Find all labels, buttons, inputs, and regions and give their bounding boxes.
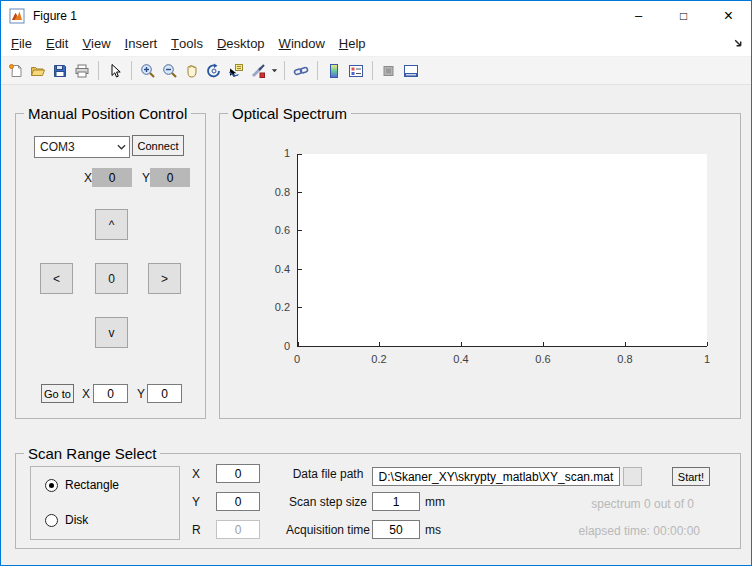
goto-button[interactable]: Go to <box>41 384 74 403</box>
y-tick-label: 0.6 <box>220 224 290 236</box>
connect-button[interactable]: Connect <box>132 135 184 156</box>
acquisition-time-unit-label: ms <box>425 523 441 537</box>
brush-icon[interactable] <box>247 60 269 82</box>
spectrum-count-status: spectrum 0 out of 0 <box>591 497 694 511</box>
dock-figure-icon[interactable] <box>733 38 744 49</box>
close-icon: × <box>724 7 733 25</box>
panel-title: Optical Spectrum <box>228 105 351 122</box>
toolbar-separator <box>131 61 132 80</box>
start-button[interactable]: Start! <box>672 467 710 486</box>
menu-item-tools[interactable]: Tools <box>164 31 210 56</box>
new-figure-icon[interactable] <box>5 60 27 82</box>
x-tick-label: 1 <box>692 353 722 365</box>
rotate-3d-icon[interactable] <box>203 60 225 82</box>
x-tick-label: 0.8 <box>610 353 640 365</box>
figure-window: Figure 1 – □ × FileEditViewInsertToolsDe… <box>0 0 752 566</box>
maximize-button[interactable]: □ <box>661 2 706 31</box>
radio-icon <box>45 479 58 492</box>
y-tick-mark <box>298 346 302 347</box>
zoom-in-icon[interactable] <box>137 60 159 82</box>
position-x-display: 0 <box>92 168 132 187</box>
x-tick-mark <box>298 342 299 346</box>
radio-icon <box>45 514 58 527</box>
menu-item-view[interactable]: View <box>75 31 117 56</box>
acquisition-time-input[interactable] <box>372 520 420 539</box>
y-tick-mark <box>298 154 302 155</box>
data-file-path-input[interactable] <box>372 467 620 486</box>
y-tick-mark <box>298 230 302 231</box>
data-cursor-icon[interactable] <box>225 60 247 82</box>
minimize-icon: – <box>635 11 642 21</box>
toolbar-separator <box>284 61 285 80</box>
brush-dropdown-arrow-icon[interactable] <box>269 60 279 82</box>
scan-step-unit-label: mm <box>425 495 445 509</box>
x-tick-label: 0.4 <box>446 353 476 365</box>
zoom-out-icon[interactable] <box>159 60 181 82</box>
close-button[interactable]: × <box>706 2 751 31</box>
menu-item-edit[interactable]: Edit <box>39 31 75 56</box>
edit-plot-icon[interactable] <box>104 60 126 82</box>
menu-bar: FileEditViewInsertToolsDesktopWindowHelp <box>1 31 751 57</box>
goto-y-label: Y <box>137 387 145 401</box>
figure-toolbar <box>1 57 751 85</box>
position-x-label: X <box>84 171 92 185</box>
scan-r-input[interactable] <box>216 520 260 539</box>
move-left-button[interactable]: < <box>40 263 73 294</box>
y-tick-label: 0 <box>220 340 290 352</box>
save-figure-icon[interactable] <box>49 60 71 82</box>
goto-x-label: X <box>82 387 90 401</box>
y-tick-mark <box>298 192 302 193</box>
minimize-button[interactable]: – <box>616 2 661 31</box>
x-tick-mark <box>461 342 462 346</box>
move-right-button[interactable]: > <box>148 263 181 294</box>
toolbar-separator <box>372 61 373 80</box>
y-tick-label: 0.8 <box>220 186 290 198</box>
rectangle-radio-label: Rectangle <box>65 478 119 492</box>
optical-spectrum-panel: Optical Spectrum 00.20.40.60.81 00.20.40… <box>219 113 741 419</box>
pan-icon[interactable] <box>181 60 203 82</box>
insert-colorbar-icon[interactable] <box>323 60 345 82</box>
scan-x-input[interactable] <box>216 464 260 483</box>
move-down-button[interactable]: v <box>95 317 128 348</box>
hide-plot-tools-icon[interactable] <box>378 60 400 82</box>
manual-position-control-panel: Manual Position Control COM3 Connect X 0… <box>15 113 206 419</box>
menu-item-file[interactable]: File <box>4 31 39 56</box>
browse-button[interactable] <box>623 467 642 486</box>
scan-r-label: R <box>192 523 201 537</box>
goto-x-input[interactable] <box>93 384 128 403</box>
x-tick-mark <box>707 342 708 346</box>
disk-radio[interactable]: Disk <box>45 513 88 527</box>
menu-item-insert[interactable]: Insert <box>118 31 165 56</box>
x-tick-mark <box>379 342 380 346</box>
matlab-app-icon <box>9 8 25 24</box>
open-file-icon[interactable] <box>27 60 49 82</box>
x-tick-label: 0.6 <box>528 353 558 365</box>
rectangle-radio[interactable]: Rectangle <box>45 478 119 492</box>
scan-step-size-label: Scan step size <box>280 495 376 509</box>
scan-step-size-input[interactable] <box>372 492 420 511</box>
menu-item-desktop[interactable]: Desktop <box>210 31 272 56</box>
toolbar-separator <box>317 61 318 80</box>
y-tick-mark <box>298 269 302 270</box>
y-tick-label: 1 <box>220 147 290 159</box>
link-plot-icon[interactable] <box>290 60 312 82</box>
spectrum-axes[interactable] <box>297 154 707 347</box>
y-tick-mark <box>298 307 302 308</box>
acquisition-time-label: Acquisition time <box>280 523 376 537</box>
move-home-button[interactable]: 0 <box>95 263 128 294</box>
scan-y-input[interactable] <box>216 492 260 511</box>
print-figure-icon[interactable] <box>71 60 93 82</box>
menu-items: FileEditViewInsertToolsDesktopWindowHelp <box>1 31 733 56</box>
show-plot-tools-icon[interactable] <box>400 60 422 82</box>
data-file-path-label: Data file path <box>280 467 376 481</box>
goto-y-input[interactable] <box>147 384 182 403</box>
scan-range-select-panel: Scan Range Select Rectangle Disk X Y R D… <box>15 453 741 549</box>
menu-item-help[interactable]: Help <box>332 31 373 56</box>
menu-item-window[interactable]: Window <box>272 31 332 56</box>
insert-legend-icon[interactable] <box>345 60 367 82</box>
com-port-select[interactable]: COM3 <box>34 136 130 158</box>
panel-title: Scan Range Select <box>24 445 160 462</box>
move-up-button[interactable]: ^ <box>95 209 128 240</box>
toolbar-separator <box>98 61 99 80</box>
x-tick-label: 0.2 <box>364 353 394 365</box>
